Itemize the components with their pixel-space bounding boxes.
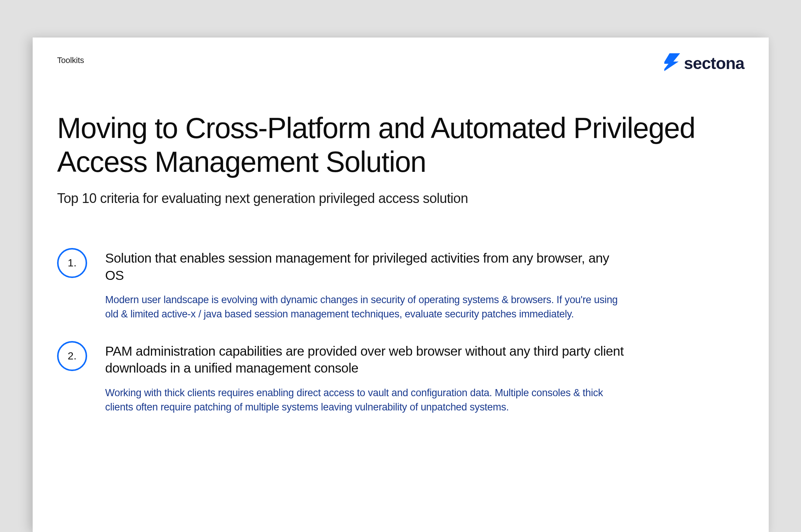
criteria-number-badge: 2. — [57, 341, 87, 371]
criteria-heading: PAM administration capabilities are prov… — [105, 343, 631, 377]
document-category: Toolkits — [57, 56, 84, 65]
criteria-description: Working with thick clients requires enab… — [105, 386, 631, 415]
document-title: Moving to Cross-Platform and Automated P… — [57, 111, 744, 179]
criteria-item: 1. Solution that enables session managem… — [57, 249, 744, 322]
document-subtitle: Top 10 criteria for evaluating next gene… — [57, 191, 744, 206]
lightning-icon — [664, 53, 680, 74]
criteria-item: 2. PAM administration capabilities are p… — [57, 343, 744, 415]
criteria-content: Solution that enables session management… — [105, 249, 631, 322]
criteria-list: 1. Solution that enables session managem… — [57, 249, 744, 414]
criteria-description: Modern user landscape is evolving with d… — [105, 293, 631, 322]
criteria-content: PAM administration capabilities are prov… — [105, 343, 631, 415]
document-header: Toolkits sectona — [57, 56, 744, 74]
document-page: Toolkits sectona Moving to Cross-Platfor… — [33, 38, 769, 532]
criteria-number-badge: 1. — [57, 248, 87, 278]
brand-name: sectona — [684, 54, 744, 73]
brand-logo: sectona — [664, 53, 744, 74]
criteria-heading: Solution that enables session management… — [105, 249, 631, 284]
